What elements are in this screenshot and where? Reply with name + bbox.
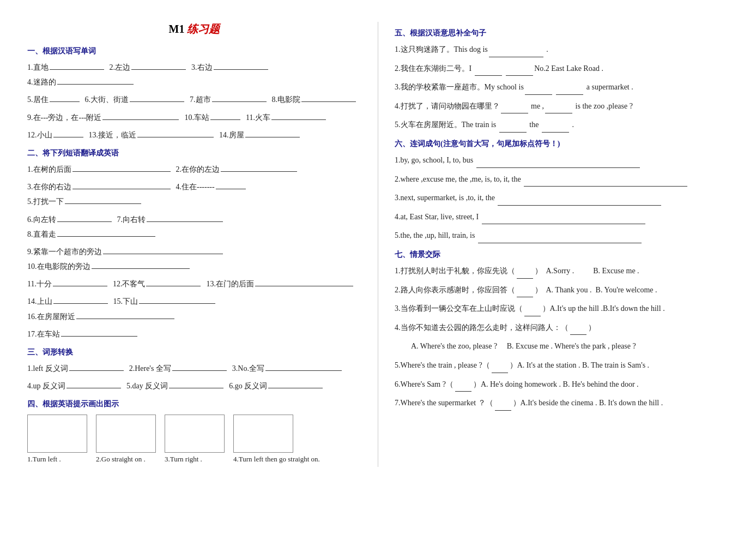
r7-q4-choices: A. Where's the zoo, please ? B. Excuse m…: [395, 339, 729, 354]
blank: [57, 213, 112, 222]
item: 11.十分: [27, 277, 108, 291]
q-line: 5.the, the ,up, hill, train, is: [395, 229, 729, 243]
drawing-1: 1.Turn left .: [27, 415, 87, 464]
section2-row1: 1.在树的后面 2.在你的左边: [27, 163, 361, 176]
r5-q1: 1.这只狗迷路了。This dog is .: [395, 43, 729, 57]
blank: [542, 124, 569, 133]
q-line: 7.Where's the supermarket ？（）A.It's besi…: [395, 396, 729, 411]
blank: [478, 235, 642, 243]
blank: [482, 215, 645, 224]
r7-q6: 6.Where's Sam ?（）A. He's doing homework …: [395, 377, 729, 392]
blank: [556, 86, 583, 95]
section1-row4: 12.小山 13.接近，临近 14.房屋: [27, 128, 361, 142]
blank: [131, 61, 186, 70]
r5-q2: 2.我住在东湖街二号。I No.2 East Lake Road .: [395, 62, 729, 76]
q-line: 2.我住在东湖街二号。I No.2 East Lake Road .: [395, 62, 729, 76]
page: M1 练习题 一、根据汉语写单词 1.直地 2.左边 3.右边 4.迷路的 5.…: [0, 0, 756, 489]
q-line: 4.打扰了，请问动物园在哪里？ me , is the zoo ,please …: [395, 99, 729, 114]
section2-row4: 9.紧靠一个超市的旁边 10.在电影院的旁边: [27, 245, 361, 273]
item: 8.电影院: [272, 93, 358, 106]
item: 2.Here's 全写: [129, 362, 228, 375]
item: 6.大街、街道: [85, 93, 186, 106]
r-section6-title: 六、连词成句(注意句首大写，句尾加标点符号！): [395, 139, 729, 149]
item: 3.右边: [191, 61, 269, 74]
blank: [501, 105, 528, 113]
section4-title: 四、根据英语提示画出图示: [27, 399, 361, 409]
blank: [146, 278, 201, 286]
item: 1.left 反义词: [27, 362, 125, 375]
r6-q3: 3.next, supermarket, is ,to, it, the: [395, 191, 729, 206]
right-column: 五、根据汉语意思补全句子 1.这只狗迷路了。This dog is . 2.我住…: [378, 22, 729, 467]
item: 10.在电影院的旁边: [27, 260, 191, 273]
blank: [137, 129, 214, 137]
section3-row1: 1.left 反义词 2.Here's 全写 3.No.全写: [27, 362, 361, 375]
blank: [221, 163, 297, 172]
drawing-label: 3.Turn right .: [165, 455, 202, 464]
section1-title: 一、根据汉语写单词: [27, 46, 361, 56]
paren: [517, 270, 533, 279]
q-line: 1.打扰别人时出于礼貌，你应先说（） A.Sorry . B. Excuse m…: [395, 264, 729, 279]
blank: [172, 362, 227, 371]
drawing-label: 1.Turn left .: [27, 455, 61, 464]
blank: [216, 181, 246, 189]
r6-q1: 1.by, go, school, I, to, bus: [395, 153, 729, 168]
item: 5.day 反义词: [126, 379, 225, 393]
item: 12.不客气: [113, 277, 202, 291]
section1-row3: 9.在---旁边，在---附近 10.车站 11.火车: [27, 111, 361, 124]
item: 13.在门的后面: [206, 277, 354, 291]
blank: [130, 93, 184, 102]
paren: [455, 383, 471, 392]
blank: [72, 181, 171, 189]
section3-row2: 4.up 反义词 5.day 反义词 6.go 反义词: [27, 379, 361, 393]
r7-q3: 3.当你看到一辆公交车在上山时应说（）A.It's up the hill .B…: [395, 302, 729, 316]
item: 1.直地: [27, 61, 105, 74]
paren: [524, 308, 541, 316]
item: 9.紧靠一个超市的旁边: [27, 245, 224, 259]
blank: [139, 295, 215, 304]
blank: [498, 197, 661, 206]
section2-row5: 11.十分 12.不客气 13.在门的后面: [27, 277, 361, 291]
blank: [50, 61, 104, 70]
item: 8.直着走: [27, 227, 156, 241]
r7-q1: 1.打扰别人时出于礼貌，你应先说（） A.Sorry . B. Excuse m…: [395, 264, 729, 279]
blank: [545, 105, 572, 113]
q-line: 5.Where's the train , please ?（）A. It's …: [395, 358, 729, 373]
blank: [301, 93, 356, 102]
drawing-box: [96, 415, 156, 453]
blank: [489, 49, 543, 57]
blank: [475, 67, 502, 76]
blank: [53, 278, 107, 286]
drawing-2: 2.Go straight on .: [96, 415, 156, 464]
paren: [492, 364, 508, 373]
drawing-label: 2.Go straight on .: [96, 455, 146, 464]
item: 15.下山: [113, 295, 217, 308]
r7-q7: 7.Where's the supermarket ？（）A.It's besi…: [395, 396, 729, 411]
blank: [50, 93, 80, 102]
drawing-label: 4.Turn left then go straight on.: [233, 455, 320, 464]
section2-row2: 3.在你的右边 4.住在------- 5.打扰一下: [27, 180, 361, 208]
item: 9.在---旁边，在---附近: [27, 111, 180, 124]
drawing-box: [233, 415, 293, 453]
q-line: 6.Where's Sam ?（）A. He's doing homework …: [395, 377, 729, 392]
blank: [102, 111, 179, 120]
blank: [214, 61, 268, 70]
drawing-3: 3.Turn right .: [165, 415, 225, 464]
q-line: A. Where's the zoo, please ? B. Excuse m…: [411, 339, 729, 354]
item: 7.向右转: [117, 213, 225, 226]
item: 1.在树的后面: [27, 163, 172, 176]
r5-q4: 4.打扰了，请问动物园在哪里？ me , is the zoo ,please …: [395, 99, 729, 114]
blank: [268, 380, 323, 388]
q-line: 4.at, East Star, live, street, I: [395, 210, 729, 225]
item: 5.打扰一下: [27, 195, 142, 208]
q-line: 2.where ,excuse me, the ,me, is, to, it,…: [395, 172, 729, 187]
item: 2.左边: [110, 61, 188, 74]
item: 3.在你的右边: [27, 180, 172, 194]
title-main: 练习题: [187, 23, 220, 35]
blank: [65, 195, 141, 204]
r7-q4: 4.当你不知道去公园的路怎么走时，这样问路人：（）: [395, 321, 729, 335]
q-line: 1.这只狗迷路了。This dog is .: [395, 43, 729, 57]
section2-row7: 17.在车站: [27, 327, 361, 341]
blank: [66, 380, 121, 388]
paren: [570, 326, 586, 335]
blank: [147, 213, 223, 222]
